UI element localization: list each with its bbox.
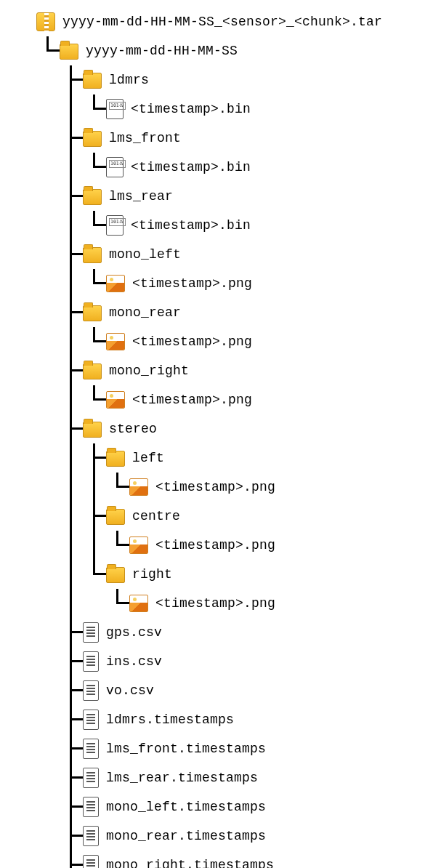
tree-connector — [60, 298, 83, 327]
node-label: <timestamp>.bin — [131, 160, 251, 174]
binfile-icon — [106, 157, 124, 177]
imgfile-icon — [129, 595, 148, 612]
txtfile-icon — [83, 651, 99, 672]
folder-icon — [83, 73, 102, 89]
tree-connector — [36, 560, 60, 589]
tree-connector — [36, 531, 60, 560]
node-label: lms_front.timestamps — [106, 742, 266, 756]
directory-tree: yyyy-mm-dd-HH-MM-SS_<sensor>_<chunk>.tar… — [36, 7, 418, 868]
node-label: lms_rear — [109, 189, 173, 204]
node-label: <timestamp>.bin — [131, 218, 251, 233]
node-label: ldmrs.timestamps — [106, 712, 234, 727]
tree-connector — [60, 821, 83, 851]
tree-connector — [60, 443, 83, 473]
tree-node: lms_rear — [36, 182, 418, 211]
tree-connector — [60, 502, 83, 531]
tree-connector — [106, 589, 129, 618]
node-label: centre — [132, 509, 180, 523]
tree-connector — [60, 560, 83, 589]
folder-icon — [83, 131, 102, 147]
tree-connector — [60, 589, 83, 618]
node-label: <timestamp>.png — [155, 480, 275, 494]
folder-icon — [83, 422, 102, 438]
tree-node: mono_left.timestamps — [36, 792, 418, 821]
tree-connector — [60, 851, 83, 868]
tree-connector — [36, 792, 60, 821]
tree-connector — [83, 327, 106, 356]
tree-connector — [60, 182, 83, 211]
node-label: gps.csv — [106, 625, 162, 640]
tree-node: vo.csv — [36, 676, 418, 705]
tree-connector — [36, 502, 60, 531]
tree-connector — [83, 153, 106, 182]
tree-node: lms_front.timestamps — [36, 734, 418, 763]
tree-node: lms_rear.timestamps — [36, 763, 418, 792]
tree-connector — [106, 531, 129, 560]
tree-node: mono_left — [36, 240, 418, 269]
tree-node: right — [36, 560, 418, 589]
tree-node: ldmrs.timestamps — [36, 705, 418, 734]
node-label: mono_right.timestamps — [106, 858, 274, 868]
tree-node: left — [36, 443, 418, 473]
tree-node: mono_rear — [36, 298, 418, 327]
tree-node: gps.csv — [36, 618, 418, 647]
tree-node: ins.csv — [36, 647, 418, 676]
tree-connector — [83, 531, 106, 560]
tree-connector — [36, 298, 60, 327]
tree-connector — [36, 443, 60, 473]
tree-connector — [60, 327, 83, 356]
txtfile-icon — [83, 826, 99, 846]
tree-connector — [36, 676, 60, 705]
tree-connector — [36, 734, 60, 763]
tree-node: mono_right.timestamps — [36, 851, 418, 868]
tree-connector — [83, 211, 106, 240]
tree-connector — [106, 473, 129, 502]
node-label: <timestamp>.png — [155, 538, 275, 552]
tree-connector — [60, 473, 83, 502]
folder-icon — [60, 44, 78, 60]
node-label: yyyy-mm-dd-HH-MM-SS_<sensor>_<chunk>.tar — [62, 15, 382, 29]
folder-icon — [83, 305, 102, 321]
tree-node: <timestamp>.bin — [36, 153, 418, 182]
txtfile-icon — [83, 855, 99, 868]
txtfile-icon — [83, 768, 99, 788]
node-label: <timestamp>.bin — [131, 102, 251, 116]
tree-node: mono_right — [36, 356, 418, 385]
node-label: <timestamp>.png — [155, 596, 275, 611]
tree-node: mono_rear.timestamps — [36, 821, 418, 851]
txtfile-icon — [83, 797, 99, 817]
node-label: lms_rear.timestamps — [106, 771, 258, 785]
txtfile-icon — [83, 710, 99, 730]
tree-connector — [60, 385, 83, 414]
tree-connector — [36, 356, 60, 385]
tree-connector — [60, 211, 83, 240]
tree-connector — [60, 792, 83, 821]
tree-connector — [36, 705, 60, 734]
imgfile-icon — [106, 275, 125, 292]
folder-icon — [106, 509, 125, 525]
tree-connector — [83, 560, 106, 589]
tree-node: centre — [36, 502, 418, 531]
folder-icon — [106, 451, 125, 467]
node-label: mono_right — [109, 363, 189, 378]
node-label: stereo — [109, 422, 157, 436]
node-label: ldmrs — [109, 73, 149, 87]
binfile-icon — [106, 99, 124, 119]
tree-connector — [36, 851, 60, 868]
tree-connector — [83, 269, 106, 298]
node-label: left — [132, 451, 164, 465]
tree-connector — [36, 269, 60, 298]
tree-connector — [36, 414, 60, 443]
node-label: mono_left — [109, 247, 181, 262]
tree-connector — [60, 676, 83, 705]
node-label: <timestamp>.png — [132, 276, 252, 291]
tree-connector — [60, 647, 83, 676]
tree-connector — [60, 414, 83, 443]
folder-icon — [83, 363, 102, 379]
tree-node: yyyy-mm-dd-HH-MM-SS_<sensor>_<chunk>.tar — [36, 7, 418, 36]
tree-connector — [83, 589, 106, 618]
tree-connector — [60, 240, 83, 269]
node-label: lms_front — [109, 131, 181, 145]
folder-icon — [83, 247, 102, 263]
tree-connector — [36, 473, 60, 502]
